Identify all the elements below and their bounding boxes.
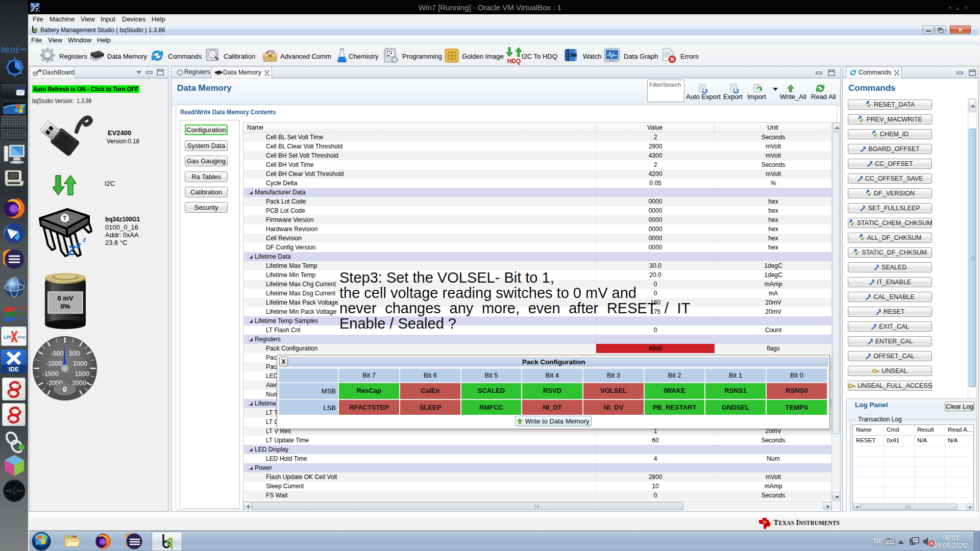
svg-text:-1500: -1500	[42, 370, 59, 378]
svg-text:Ti: Ti	[763, 520, 767, 524]
svg-text:2000: 2000	[72, 380, 86, 387]
svg-text:PRESSO: PRESSO	[17, 335, 27, 340]
svg-text:7: 7	[35, 7, 38, 12]
svg-text:1000: 1000	[73, 360, 87, 367]
svg-text:0%: 0%	[61, 303, 70, 310]
svg-text:z: z	[82, 236, 86, 243]
svg-text:Z: Z	[67, 243, 76, 258]
svg-text:IDE: IDE	[9, 366, 19, 373]
svg-text:500: 500	[69, 350, 80, 357]
svg-text:-1000: -1000	[46, 360, 62, 367]
svg-text:-500: -500	[51, 350, 63, 357]
svg-text:0 mV: 0 mV	[57, 294, 73, 302]
svg-text:0: 0	[63, 385, 67, 393]
svg-text:1500: 1500	[75, 370, 89, 378]
svg-text:z: z	[76, 240, 81, 250]
svg-text:LPC: LPC	[4, 335, 13, 340]
svg-text:HDQ: HDQ	[507, 58, 521, 65]
